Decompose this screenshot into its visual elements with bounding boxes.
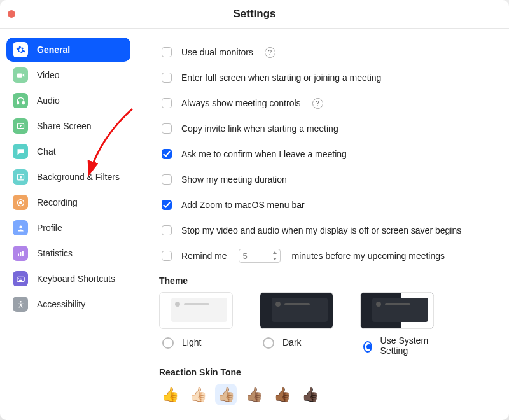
option-label: Show my meeting duration [181, 174, 287, 185]
option-label-pre: Remind me [181, 251, 227, 261]
sidebar-item-statistics[interactable]: Statistics [6, 241, 130, 265]
option-label: Copy invite link when starting a meeting [181, 123, 338, 134]
help-icon[interactable]: ? [265, 47, 275, 58]
sidebar-item-label: Audio [37, 95, 60, 106]
checkbox-duration[interactable] [162, 174, 172, 185]
video-icon [13, 67, 28, 83]
stats-icon [13, 246, 28, 261]
checkbox-dual-monitors[interactable] [162, 47, 172, 57]
sidebar-item-profile[interactable]: Profile [6, 216, 130, 240]
main-panel: Use dual monitors ? Enter full screen wh… [136, 29, 509, 420]
sidebar-item-label: Accessibility [37, 299, 85, 309]
svg-rect-10 [20, 252, 21, 256]
sidebar-item-label: Recording [37, 197, 78, 207]
share-screen-icon [13, 118, 28, 134]
option-label: Stop my video and audio when my display … [181, 225, 461, 235]
theme-thumb-dark [260, 292, 333, 329]
sidebar-item-chat[interactable]: Chat [6, 139, 130, 164]
profile-icon [13, 220, 28, 235]
radio-theme-system[interactable] [363, 341, 372, 353]
theme-label: Light [182, 337, 201, 347]
window-title: Settings [233, 8, 275, 20]
checkbox-copy-link[interactable] [162, 123, 172, 134]
option-label: Ask me to confirm when I leave a meeting [181, 149, 347, 159]
svg-point-13 [18, 278, 18, 279]
svg-rect-9 [18, 253, 19, 256]
svg-rect-16 [19, 279, 22, 280]
skintone-2[interactable]: 👍🏼 [215, 384, 237, 405]
svg-rect-1 [17, 101, 18, 104]
sidebar-item-label: General [37, 45, 70, 55]
skintone-heading: Reaction Skin Tone [159, 367, 494, 377]
theme-thumb-light [159, 292, 233, 329]
option-label-post: minutes before my upcoming meetings [292, 251, 445, 261]
theme-label: Use System Setting [380, 335, 434, 356]
svg-rect-0 [17, 73, 22, 77]
radio-theme-light[interactable] [162, 337, 174, 349]
sidebar: General Video Audio Share Screen [0, 29, 136, 420]
option-label: Enter full screen when starting or joini… [181, 73, 381, 83]
headphones-icon [13, 93, 28, 108]
keyboard-icon [13, 271, 28, 286]
checkbox-show-controls[interactable] [162, 98, 172, 108]
checkbox-menubar[interactable] [162, 200, 172, 210]
svg-rect-11 [22, 251, 24, 256]
svg-point-15 [21, 278, 22, 279]
svg-rect-12 [17, 277, 24, 281]
theme-label: Dark [282, 337, 302, 347]
skintone-1[interactable]: 👍🏻 [187, 384, 209, 405]
sidebar-item-background-filters[interactable]: Background & Filters [6, 165, 130, 189]
theme-option-light[interactable]: Light [159, 292, 233, 356]
titlebar: Settings [0, 0, 509, 29]
theme-heading: Theme [159, 276, 494, 286]
sidebar-item-video[interactable]: Video [6, 63, 130, 87]
sidebar-item-label: Statistics [37, 248, 73, 258]
skintone-3[interactable]: 👍🏽 [243, 384, 265, 405]
sidebar-item-audio[interactable]: Audio [6, 88, 130, 113]
help-icon[interactable]: ? [312, 98, 323, 109]
checkbox-fullscreen[interactable] [162, 73, 172, 83]
skintone-4[interactable]: 👍🏾 [271, 384, 293, 405]
sidebar-item-share-screen[interactable]: Share Screen [6, 114, 130, 138]
sidebar-item-label: Share Screen [37, 121, 92, 131]
record-icon [13, 195, 28, 210]
sidebar-item-label: Background & Filters [37, 172, 120, 182]
sidebar-item-general[interactable]: General [6, 38, 130, 62]
option-label: Add Zoom to macOS menu bar [181, 200, 305, 210]
radio-theme-dark[interactable] [263, 337, 274, 349]
background-icon [13, 169, 28, 185]
skintone-0[interactable]: 👍 [159, 384, 181, 405]
svg-rect-2 [22, 101, 24, 104]
sidebar-item-label: Chat [37, 146, 56, 157]
checkbox-confirm-leave[interactable] [162, 149, 172, 159]
theme-option-system[interactable]: Use System Setting [360, 292, 434, 356]
theme-thumb-system [360, 292, 434, 329]
svg-point-14 [20, 278, 20, 279]
remind-minutes-stepper[interactable]: 5 [239, 249, 281, 263]
sidebar-item-recording[interactable]: Recording [6, 190, 130, 214]
chat-icon [13, 144, 28, 159]
svg-point-5 [19, 176, 21, 178]
sidebar-item-keyboard-shortcuts[interactable]: Keyboard Shortcuts [6, 267, 130, 291]
skintone-group: 👍 👍🏻 👍🏼 👍🏽 👍🏾 👍🏿 [159, 384, 494, 405]
svg-point-17 [20, 300, 22, 302]
checkbox-stop-av[interactable] [162, 225, 172, 235]
svg-point-7 [19, 201, 22, 204]
gear-icon [13, 42, 28, 57]
checkbox-remind[interactable] [162, 251, 172, 261]
accessibility-icon [13, 297, 28, 312]
window-controls [8, 10, 15, 18]
sidebar-item-label: Keyboard Shortcuts [37, 274, 115, 284]
option-label: Always show meeting controls [181, 98, 301, 108]
sidebar-item-label: Profile [37, 223, 62, 233]
svg-point-8 [19, 225, 22, 228]
theme-group: Light Dark [159, 292, 494, 356]
option-label: Use dual monitors [181, 47, 253, 57]
sidebar-item-label: Video [37, 70, 60, 80]
settings-window: Settings General Video Audio [0, 0, 509, 420]
skintone-5[interactable]: 👍🏿 [299, 384, 321, 405]
sidebar-item-accessibility[interactable]: Accessibility [6, 292, 130, 316]
close-icon[interactable] [8, 10, 15, 18]
theme-option-dark[interactable]: Dark [260, 292, 333, 356]
